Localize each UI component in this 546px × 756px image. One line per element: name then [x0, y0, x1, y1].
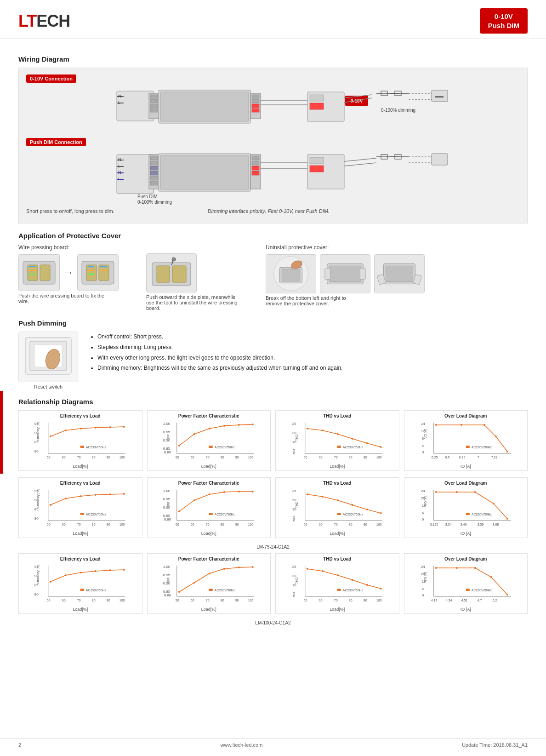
svg-text:VO [V]: VO [V]	[423, 496, 427, 506]
push-dim-diagram: N L N L	[26, 150, 520, 206]
svg-text:90: 90	[235, 523, 239, 526]
svg-rect-20	[310, 95, 324, 101]
svg-text:4: 4	[421, 587, 424, 591]
svg-rect-92	[172, 266, 186, 282]
svg-point-236	[251, 491, 253, 493]
svg-text:3.125: 3.125	[430, 523, 438, 526]
svg-rect-14	[252, 99, 259, 103]
svg-point-210	[65, 498, 67, 499]
svg-rect-100	[330, 266, 361, 281]
svg-point-191	[483, 424, 485, 426]
svg-text:THD: THD	[295, 435, 298, 441]
uninstall-cover-caption: Break off the bottom left and right to r…	[266, 295, 358, 306]
svg-text:50: 50	[175, 456, 179, 459]
uninstall-cover-img1	[266, 254, 316, 293]
chart-overload-row1: Over Load Diagram 14 12 8 4 0 6.25 6.5 6…	[404, 410, 528, 471]
svg-point-341	[352, 579, 353, 581]
chart-row-3: Efficiency vs Load 95 90 85 80 50 60 70 …	[18, 553, 528, 614]
svg-text:60: 60	[319, 456, 323, 459]
svg-point-148	[208, 428, 210, 430]
svg-rect-76	[40, 265, 50, 281]
chart-title-thd1: THD vs Load	[279, 413, 396, 418]
svg-rect-194	[466, 446, 469, 448]
svg-text:0.80: 0.80	[164, 450, 171, 454]
footer-page: 2	[18, 742, 21, 748]
svg-text:50: 50	[47, 523, 51, 526]
svg-text:AC230V/50Hz: AC230V/50Hz	[86, 513, 107, 516]
svg-point-213	[109, 493, 111, 495]
svg-text:AC230V/50Hz: AC230V/50Hz	[214, 589, 235, 592]
chart-efficiency-row1: Efficiency vs Load 95 90 85 80 50 60 70 …	[18, 410, 142, 471]
svg-text:PF: PF	[166, 578, 170, 582]
svg-text:Efficiency [%]: Efficiency [%]	[36, 565, 40, 584]
svg-text:80: 80	[92, 456, 96, 459]
svg-rect-279	[466, 513, 469, 515]
svg-text:L: L	[118, 177, 120, 181]
svg-point-234	[223, 491, 225, 493]
svg-point-276	[474, 491, 476, 493]
svg-text:70: 70	[77, 523, 81, 526]
footer-website: www.ltech-led.com	[221, 742, 263, 748]
svg-text:▬▬: ▬▬	[435, 94, 444, 98]
chart-pf3-svg: 1.00 0.95 0.90 0.85 0.80 50 60 70 80 90 …	[150, 563, 268, 605]
svg-text:6.75: 6.75	[459, 456, 465, 459]
svg-text:THD: THD	[295, 502, 298, 508]
svg-point-319	[223, 568, 225, 570]
chart-overload-row2: Over Load Diagram 24 20 10 4 0 3.125 3.3…	[404, 477, 528, 538]
svg-rect-57	[252, 171, 259, 175]
svg-text:80: 80	[34, 516, 39, 521]
svg-point-235	[238, 491, 239, 493]
chart-title-eff2: Efficiency vs Load	[22, 481, 139, 486]
chart-title-thd3: THD vs Load	[279, 556, 396, 561]
svg-text:N: N	[118, 170, 121, 175]
svg-point-127	[95, 427, 97, 429]
svg-text:0: 0	[293, 594, 296, 598]
push-dim-label: Push DIM Connection	[26, 138, 86, 146]
svg-text:70: 70	[205, 523, 209, 526]
svg-rect-56	[252, 166, 259, 170]
svg-rect-6	[150, 95, 158, 98]
svg-text:0: 0	[293, 451, 296, 455]
wiring-diagram-title: Wiring Diagram	[18, 55, 528, 63]
svg-rect-11	[160, 92, 249, 121]
svg-text:100: 100	[248, 523, 253, 526]
svg-point-189	[435, 424, 437, 426]
svg-text:100: 100	[119, 599, 125, 602]
svg-text:3.34: 3.34	[445, 523, 451, 526]
svg-text:L: L	[118, 164, 120, 168]
svg-rect-52	[160, 155, 249, 189]
accent-bar	[0, 391, 3, 474]
svg-point-342	[366, 584, 368, 586]
svg-text:1.00: 1.00	[163, 565, 170, 569]
svg-point-277	[492, 503, 494, 504]
wire-pressing-group: Wire pressing board: →	[18, 244, 119, 304]
chart-thd-row3: THD vs Load 25 20 10 5 0 50 60 70 80 90 …	[275, 553, 399, 614]
svg-text:80: 80	[34, 592, 39, 596]
wire-pressing-caption: Push the wire pressing board to fix the …	[18, 293, 110, 304]
push-dim-connection-section: Push DIM Connection N L N L	[26, 138, 520, 214]
svg-point-209	[50, 504, 51, 506]
svg-point-320	[238, 567, 239, 568]
protective-cover-title: Application of Protective Cover	[18, 232, 528, 240]
bullet-stepless: Stepless dimming: Long press.	[97, 342, 342, 353]
svg-text:AC230V/50Hz: AC230V/50Hz	[343, 513, 364, 516]
chart-xlabel-thd3: Load[%]	[279, 607, 396, 612]
svg-point-233	[208, 493, 210, 495]
bullet-direction: With every other long press, the light l…	[97, 353, 342, 363]
svg-text:PF: PF	[166, 502, 170, 506]
svg-rect-300	[80, 589, 84, 591]
svg-line-63	[344, 158, 376, 161]
svg-point-361	[474, 567, 476, 569]
svg-point-151	[251, 424, 253, 425]
svg-rect-102	[360, 268, 365, 280]
svg-line-64	[344, 163, 376, 166]
svg-point-297	[95, 570, 97, 572]
svg-text:6.5: 6.5	[445, 456, 449, 459]
chart-title-thd2: THD vs Load	[279, 481, 396, 486]
logo: LTECH	[18, 11, 70, 31]
svg-point-339	[322, 570, 324, 572]
wiring-box: 0-10V Connection N L	[18, 68, 528, 223]
svg-point-362	[490, 576, 492, 578]
svg-text:5.2: 5.2	[492, 599, 497, 602]
svg-text:0: 0	[421, 450, 424, 454]
